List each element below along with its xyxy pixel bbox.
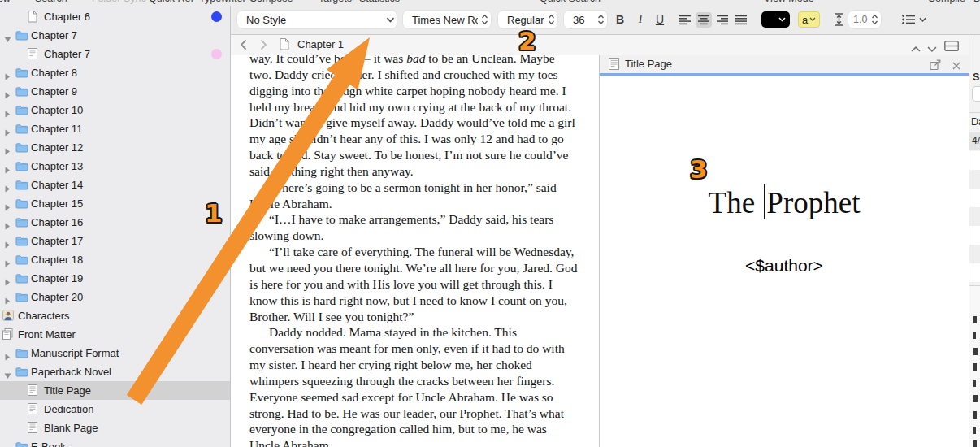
highlight-label: a <box>802 14 808 26</box>
sidebar-item-paperback-novel[interactable]: Paperback Novel <box>0 362 230 381</box>
font-size-select[interactable]: 36 <box>564 11 607 28</box>
sidebar-item-chapter-8[interactable]: Chapter 8 <box>0 63 230 82</box>
nav-back-button[interactable] <box>239 39 247 54</box>
sidebar-item-chapter-16[interactable]: Chapter 16 <box>0 213 230 232</box>
sidebar-item-label: Front Matter <box>18 328 76 341</box>
sidebar-item-manuscript-format[interactable]: Manuscript Format <box>0 344 230 362</box>
sidebar-item-chapter-7[interactable]: Chapter 7 <box>0 45 230 63</box>
next-document-button[interactable] <box>926 41 938 56</box>
sidebar-item-characters[interactable]: Characters <box>0 306 230 325</box>
highlight-color-button[interactable]: a <box>798 11 820 28</box>
sidebar-item-label: Chapter 19 <box>31 272 83 284</box>
list-format-button[interactable] <box>902 15 926 24</box>
split-editor-button[interactable] <box>944 40 959 54</box>
close-icon[interactable] <box>952 59 961 74</box>
disclosure-triangle-open-icon[interactable] <box>4 32 11 39</box>
disclosure-triangle-closed-icon[interactable] <box>4 88 11 95</box>
folder-icon <box>15 160 28 172</box>
toolbar-item-quick-ref[interactable]: Quick Ref <box>149 0 193 4</box>
title-page-heading[interactable]: The Prophet <box>600 179 969 221</box>
inspector-date-row[interactable]: 4/ <box>969 132 980 150</box>
toolbar-item-view[interactable]: View <box>0 0 11 4</box>
clipped-text-fragment <box>973 411 977 419</box>
sidebar-item-label: Characters <box>18 310 70 322</box>
inspector-field[interactable] <box>972 86 980 102</box>
toolbar-item-compile[interactable]: Compile <box>928 0 965 4</box>
disclosure-triangle-closed-icon[interactable] <box>4 200 11 207</box>
folder-icon <box>15 29 28 41</box>
author-placeholder[interactable]: <$author> <box>600 256 969 276</box>
align-center-button[interactable] <box>696 12 712 28</box>
disclosure-triangle-closed-icon[interactable] <box>4 181 11 189</box>
sidebar-item-dedication[interactable]: Dedication <box>0 400 230 419</box>
sidebar-item-chapter-17[interactable]: Chapter 17 <box>0 232 230 250</box>
disclosure-triangle-closed-icon[interactable] <box>4 106 11 114</box>
sidebar-item-chapter-7[interactable]: Chapter 7 <box>0 26 230 45</box>
sidebar-item-chapter-11[interactable]: Chapter 11 <box>0 119 230 138</box>
pages-icon <box>2 328 15 341</box>
style-dropdown[interactable]: No Style <box>237 11 397 28</box>
line-height-icon[interactable] <box>834 13 844 26</box>
open-in-editor-icon[interactable] <box>930 59 942 74</box>
sidebar-item-chapter-20[interactable]: Chapter 20 <box>0 288 230 306</box>
disclosure-triangle-closed-icon[interactable] <box>4 349 11 357</box>
disclosure-triangle-closed-icon[interactable] <box>4 256 11 263</box>
sidebar-item-label: Dedication <box>44 403 93 415</box>
disclosure-triangle-closed-icon[interactable] <box>4 144 11 151</box>
disclosure-triangle-closed-icon[interactable] <box>4 163 11 170</box>
font-family-select[interactable]: Times New Ro… <box>403 11 491 28</box>
sidebar-item-chapter-14[interactable]: Chapter 14 <box>0 176 230 194</box>
sidebar-item-chapter-6-doc[interactable]: Chapter 6 <box>0 7 230 26</box>
italic-button[interactable]: I <box>634 11 647 28</box>
text-color-button[interactable] <box>761 11 790 28</box>
copyholder-header[interactable]: Title Page <box>600 55 969 73</box>
toolbar-item-statistics[interactable]: Statistics <box>359 0 400 4</box>
typeface-select[interactable]: Regular <box>498 11 557 28</box>
sidebar-item-chapter-15[interactable]: Chapter 15 <box>0 194 230 213</box>
editor-split-divider[interactable] <box>599 55 600 447</box>
sidebar-item-chapter-9[interactable]: Chapter 9 <box>0 82 230 101</box>
toolbar-item-bo[interactable]: Bo <box>973 0 980 4</box>
sidebar-item-chapter-18[interactable]: Chapter 18 <box>0 250 230 269</box>
toolbar-item-typewriter[interactable]: Typewriter <box>199 0 246 4</box>
line-spacing-field[interactable]: 1.0 <box>848 11 881 28</box>
label-color-badge <box>211 11 222 22</box>
sidebar-item-chapter-10[interactable]: Chapter 10 <box>0 101 230 119</box>
sidebar-item-chapter-12[interactable]: Chapter 12 <box>0 138 230 157</box>
manuscript-text: way. It could’ve been— it was bad to be … <box>249 55 579 447</box>
font-family-value: Times New Ro… <box>403 14 478 26</box>
disclosure-triangle-closed-icon[interactable] <box>4 275 11 282</box>
nav-forward-button[interactable] <box>260 39 268 54</box>
toolbar-item-folder-sync: Folder Sync <box>92 0 146 4</box>
toolbar-item-view-mode[interactable]: View Mode <box>764 0 814 4</box>
disclosure-triangle-closed-icon[interactable] <box>4 219 11 226</box>
toolbar-item-targets[interactable]: Targets <box>319 0 352 4</box>
sidebar-item-title-page[interactable]: Title Page <box>0 381 230 400</box>
align-left-button[interactable] <box>677 12 693 28</box>
focus-indicator-line <box>600 73 969 76</box>
toolbar-item-compose[interactable]: Compose <box>249 0 293 4</box>
disclosure-triangle-closed-icon[interactable] <box>4 293 11 301</box>
list-icon <box>902 15 916 24</box>
toolbar-item-quick-search[interactable]: Quick Search <box>540 0 601 4</box>
disclosure-triangle-closed-icon[interactable] <box>4 125 11 132</box>
sidebar-item-chapter-19[interactable]: Chapter 19 <box>0 269 230 288</box>
toolbar-item-search[interactable]: Search <box>35 0 67 4</box>
sidebar-item-front-matter[interactable]: Front Matter <box>0 325 230 344</box>
disclosure-triangle-closed-icon[interactable] <box>4 69 11 76</box>
disclosure-triangle-open-icon[interactable] <box>4 368 11 375</box>
sidebar-item-chapter-13[interactable]: Chapter 13 <box>0 157 230 176</box>
underline-button[interactable]: U <box>652 11 668 28</box>
inspector-date-label: Da <box>971 116 980 128</box>
previous-document-button[interactable] <box>910 41 921 56</box>
manuscript-editor[interactable]: way. It could’ve been— it was bad to be … <box>231 55 599 447</box>
disclosure-triangle-closed-icon[interactable] <box>4 443 11 447</box>
align-right-button[interactable] <box>714 12 731 28</box>
align-justify-button[interactable] <box>733 12 749 28</box>
sidebar-item-e-book[interactable]: E-Book <box>0 437 230 447</box>
align-right-icon <box>717 15 729 25</box>
disclosure-triangle-closed-icon[interactable] <box>4 237 11 245</box>
bold-button[interactable]: B <box>612 11 628 28</box>
inspector-date-value: 4/ <box>972 135 980 146</box>
sidebar-item-blank-page[interactable]: Blank Page <box>0 419 230 437</box>
